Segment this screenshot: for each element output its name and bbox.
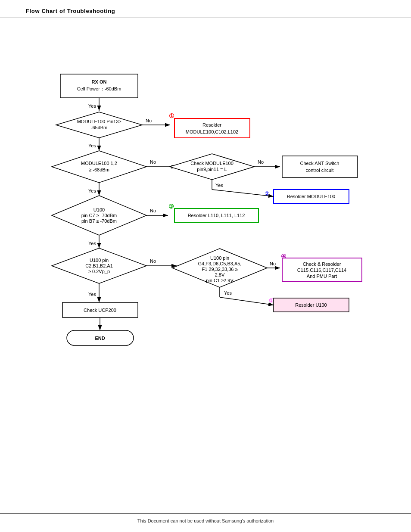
diamond6-text3: F1 29,32,33,36 ≥ (202, 267, 237, 272)
no-label-3: No (258, 159, 264, 165)
footer-text: This Document can not be used without Sa… (137, 518, 274, 523)
diamond3-text1: Check MODULE100 (190, 161, 234, 166)
no-label-1: No (146, 118, 152, 123)
box5-text1: Check & Resolder (303, 261, 341, 267)
page-footer: This Document can not be used without Sa… (0, 513, 411, 523)
no-label-5: No (150, 258, 156, 264)
yes-label-2: Yes (88, 143, 96, 148)
start-text-1: RX ON (92, 79, 107, 84)
box-ant-switch (282, 156, 358, 177)
ant-switch-text2: control circuit (306, 168, 334, 173)
diamond6-text1: U100 pin (210, 255, 229, 261)
flowchart-area: RX ON Cell Power：-60dBm Yes MODULE100 Pi… (0, 18, 411, 492)
diamond4-text2: pin C7 ≥ -70dBm (81, 213, 117, 218)
yes-label-3: Yes (215, 183, 223, 188)
box1-text1: Resolder (202, 122, 221, 128)
diamond2-text2: ≥ -68dBm (89, 167, 109, 172)
box4-text1: Resolder L110, L111, L112 (188, 213, 245, 218)
circle-label-5: ⑤ (269, 297, 274, 304)
diamond5-text3: ≥ 0.2Vp_p (88, 269, 110, 274)
diamond6-text4: 2.8V (215, 272, 225, 277)
page-header: Flow Chart of Troubleshooting (0, 0, 411, 18)
box5-text3: And PMU Part (307, 274, 337, 279)
diamond1-text2: -65dBm (91, 125, 108, 130)
no-label-4: No (150, 208, 156, 213)
diamond6-text2: G4,F3,D6,C5,B3,A5, (198, 261, 242, 266)
box6-text1: Resolder U100 (295, 302, 327, 308)
box1-text2: MODULE100,C102,L102 (186, 129, 238, 134)
box1-resolder (174, 118, 250, 138)
start-text-2: Cell Power：-60dBm (77, 86, 121, 91)
diamond5-text1: U100 pin (90, 258, 109, 263)
box5-text2: C115,C116,C117,C114 (297, 268, 346, 273)
no-label-6: No (270, 261, 276, 266)
diamond2-text1: MODULE100 1,2 (81, 161, 117, 166)
ant-switch-text1: Check ANT Switch (300, 161, 339, 166)
no-label-2: No (150, 159, 156, 165)
diamond2 (52, 151, 146, 183)
box7-text1: Check UCP200 (84, 308, 116, 313)
yes-label-1: Yes (88, 103, 96, 109)
box3-text1: Resolder MODULE100 (287, 194, 336, 199)
arrow-d6-yes-to-box6 (220, 297, 274, 305)
diamond4-text3: pin B7 ≥ -70dBm (81, 218, 117, 224)
end-text: END (95, 336, 105, 341)
diamond4-text1: U100 (93, 207, 105, 212)
yes-label-4: Yes (88, 188, 96, 193)
yes-label-5: Yes (88, 241, 96, 246)
page-title: Flow Chart of Troubleshooting (26, 8, 115, 14)
diamond1-text1: MODULE100 Pin13≥ (77, 119, 121, 124)
yes-label-7: Yes (88, 292, 96, 297)
circle-label-1: ① (169, 112, 174, 119)
diamond5-text2: C2,B1,B2,A1 (85, 263, 113, 268)
yes-label-6: Yes (224, 290, 232, 296)
diamond6-text5: pin C1 ≥2.9V (206, 278, 234, 283)
diamond3-text2: pin9,pin11 = L (197, 167, 227, 172)
circle-label-3: ③ (168, 203, 174, 210)
